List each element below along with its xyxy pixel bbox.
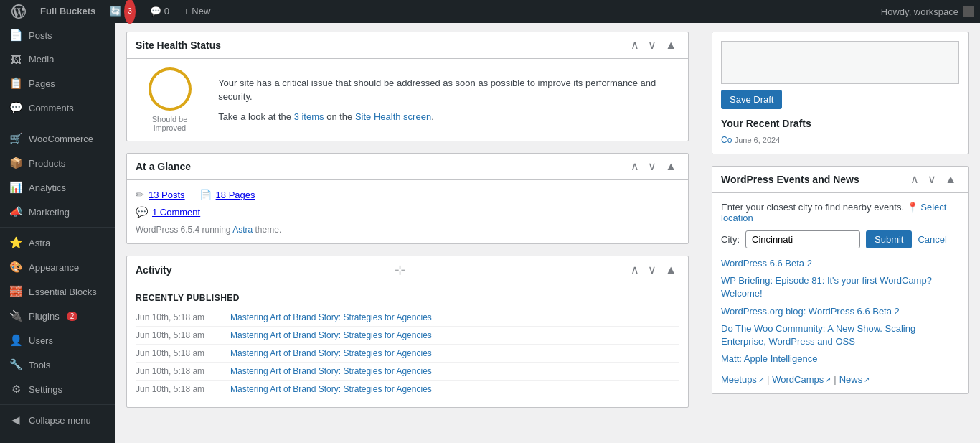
sidebar-item-media[interactable]: 🖼 Media: [0, 47, 115, 71]
comments-link[interactable]: 💬 0: [144, 0, 175, 23]
health-items-count-link[interactable]: 3 items: [294, 111, 324, 122]
sidebar-item-essential-blocks[interactable]: 🧱 Essential Blocks: [0, 279, 115, 304]
collapse-menu-button[interactable]: ◀ Collapse menu: [0, 408, 115, 432]
menu-separator: [0, 227, 115, 228]
comments-count: 0: [164, 0, 169, 23]
news-link[interactable]: News ↗: [839, 374, 870, 385]
new-content-link[interactable]: + New: [178, 0, 216, 23]
sidebar-item-pages[interactable]: 📋 Pages: [0, 71, 115, 95]
collapse-down-button[interactable]: ∨: [645, 38, 659, 52]
site-health-screen-link[interactable]: Site Health screen: [355, 111, 431, 122]
footer-links: Meetups ↗ | WordCamps ↗ | News ↗: [721, 374, 959, 385]
footer-separator: |: [767, 374, 769, 385]
post-icon: ✏: [136, 189, 144, 200]
news-link[interactable]: Matt: Apple Intelligence: [721, 353, 959, 365]
widget-controls: ∧ ∨ ▲: [908, 172, 959, 187]
sidebar-item-tools[interactable]: 🔧 Tools: [0, 353, 115, 377]
sidebar-item-users[interactable]: 👤 Users: [0, 328, 115, 353]
pages-count-link[interactable]: 18 Pages: [216, 190, 255, 200]
remove-widget-button[interactable]: ▲: [942, 172, 959, 187]
essential-blocks-icon: 🧱: [9, 285, 23, 298]
sidebar-item-woocommerce[interactable]: 🛒 WooCommerce: [0, 126, 115, 151]
at-a-glance-widget: At a Glance ∧ ∨ ▲ ✏ 13 Posts 📄 18 Pages: [126, 153, 689, 244]
drag-handle[interactable]: ⊹: [395, 262, 405, 278]
sidebar-item-appearance[interactable]: 🎨 Appearance: [0, 255, 115, 279]
site-health-widget: Site Health Status ∧ ∨ ▲ Should be impro…: [126, 32, 689, 141]
meetups-link[interactable]: Meetups ↗: [721, 374, 764, 385]
collapse-up-button[interactable]: ∧: [628, 38, 642, 52]
footer-separator: |: [834, 374, 836, 385]
collapse-down-button[interactable]: ∨: [925, 172, 939, 187]
collapse-up-button[interactable]: ∧: [908, 172, 922, 187]
sidebar-item-label: Users: [29, 335, 53, 346]
wp-logo-link[interactable]: [6, 4, 32, 19]
remove-widget-button[interactable]: ▲: [662, 263, 679, 277]
health-status: Should be improved Your site has a criti…: [136, 67, 679, 132]
remove-widget-button[interactable]: ▲: [662, 159, 679, 174]
sidebar-item-marketing[interactable]: 📣 Marketing: [0, 200, 115, 224]
external-link-icon: ↗: [864, 376, 870, 383]
activity-post-link[interactable]: Mastering Art of Brand Story: Strategies…: [230, 330, 432, 340]
activity-time: Jun 10th, 5:18 am: [136, 348, 222, 358]
pages-stat: 📄 18 Pages: [199, 189, 255, 200]
activity-post-link[interactable]: Mastering Art of Brand Story: Strategies…: [230, 384, 432, 394]
sidebar-item-astra[interactable]: ⭐ Astra: [0, 230, 115, 255]
activity-header: Activity ⊹ ∧ ∨ ▲: [127, 256, 688, 284]
activity-post-link[interactable]: Mastering Art of Brand Story: Strategies…: [230, 312, 432, 322]
news-links: WordPress 6.6 Beta 2 WP Briefing: Episod…: [721, 257, 959, 365]
at-a-glance-header: At a Glance ∧ ∨ ▲: [127, 154, 688, 180]
site-health-title: Site Health Status: [136, 39, 221, 51]
activity-time: Jun 10th, 5:18 am: [136, 366, 222, 376]
sidebar-item-plugins[interactable]: 🔌 Plugins 2: [0, 304, 115, 328]
collapse-up-button[interactable]: ∧: [628, 263, 642, 277]
draft-link[interactable]: Co: [721, 135, 732, 145]
news-link[interactable]: WordPress.org blog: WordPress 6.6 Beta 2: [721, 305, 959, 318]
marketing-icon: 📣: [9, 205, 23, 218]
widget-controls: ∧ ∨ ▲: [628, 159, 679, 174]
submit-button[interactable]: Submit: [866, 230, 912, 248]
cancel-button[interactable]: Cancel: [918, 234, 946, 245]
wordcamps-link[interactable]: WordCamps ↗: [772, 374, 831, 385]
news-link[interactable]: Do The Woo Community: A New Show. Scalin…: [721, 322, 959, 348]
news-link[interactable]: WP Briefing: Episode 81: It's your first…: [721, 274, 959, 300]
howdy-section: Howdy, workspace: [881, 6, 974, 17]
sidebar-item-comments[interactable]: 💬 Comments: [0, 95, 115, 120]
sidebar-item-label: WooCommerce: [29, 134, 93, 144]
sidebar-item-products[interactable]: 📦 Products: [0, 151, 115, 175]
site-name-link[interactable]: Full Buckets: [34, 0, 101, 23]
table-row: Jun 10th, 5:18 am Mastering Art of Brand…: [136, 381, 679, 398]
posts-count-link[interactable]: 13 Posts: [149, 190, 185, 200]
collapse-down-button[interactable]: ∨: [645, 159, 659, 174]
sidebar-item-label: Tools: [29, 360, 50, 370]
sidebar-item-analytics[interactable]: 📊 Analytics: [0, 175, 115, 200]
collapse-up-button[interactable]: ∧: [628, 159, 642, 174]
comments-count-link[interactable]: 1 Comment: [152, 207, 200, 218]
events-intro: Enter your closest city to find nearby e…: [721, 202, 959, 223]
collapse-down-button[interactable]: ∨: [645, 263, 659, 277]
version-info: WordPress 6.5.4 running Astra theme.: [136, 225, 679, 235]
activity-post-link[interactable]: Mastering Art of Brand Story: Strategies…: [230, 348, 432, 358]
remove-widget-button[interactable]: ▲: [662, 38, 679, 52]
sidebar-item-label: Marketing: [29, 207, 70, 218]
new-content-label: + New: [184, 0, 210, 23]
table-row: Jun 10th, 5:18 am Mastering Art of Brand…: [136, 309, 679, 327]
page-icon: 📄: [199, 189, 212, 200]
save-draft-button[interactable]: Save Draft: [721, 90, 782, 109]
at-a-glance-body: ✏ 13 Posts 📄 18 Pages 💬 1 Comment WordPr…: [127, 180, 688, 243]
events-news-title: WordPress Events and News: [721, 174, 859, 185]
admin-bar: Full Buckets 🔄 3 💬 0 + New Howdy, worksp…: [0, 0, 980, 23]
sidebar-item-label: Analytics: [29, 182, 66, 193]
draft-section: Save Draft Your Recent Drafts Co June 6,…: [712, 32, 969, 154]
menu-separator: [0, 123, 115, 123]
activity-post-link[interactable]: Mastering Art of Brand Story: Strategies…: [230, 366, 432, 376]
news-link[interactable]: WordPress 6.6 Beta 2: [721, 257, 959, 270]
sidebar-item-label: Media: [29, 54, 54, 65]
activity-time: Jun 10th, 5:18 am: [136, 330, 222, 340]
theme-link[interactable]: Astra: [232, 225, 253, 235]
sidebar-item-posts[interactable]: 📄 Posts: [0, 23, 115, 47]
main-content: Site Health Status ∧ ∨ ▲ Should be impro…: [115, 0, 980, 443]
sidebar-item-settings[interactable]: ⚙ Settings: [0, 377, 115, 401]
city-input[interactable]: [745, 230, 860, 248]
updates-link[interactable]: 🔄 3: [104, 0, 141, 24]
sidebar-item-label: Posts: [29, 30, 52, 41]
